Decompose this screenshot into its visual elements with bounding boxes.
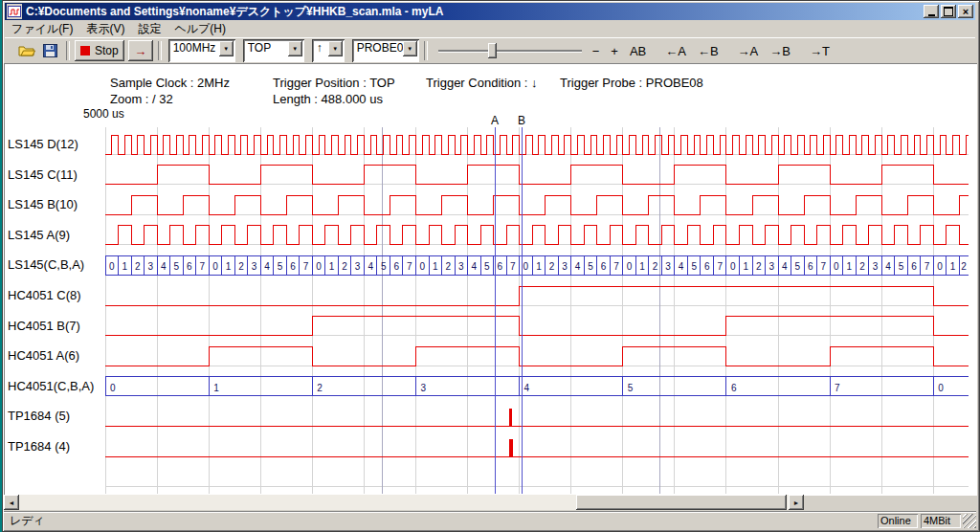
trigger-probe-combo[interactable]: PROBE00▼ (352, 39, 419, 62)
channel-label-ls145-a-9[interactable]: LS145 A(9) (8, 228, 70, 242)
bus-value: 1 (329, 261, 335, 272)
bus-value: 3 (458, 261, 464, 272)
bus-value: 4 (368, 261, 373, 272)
zoom-slider-track (438, 50, 582, 52)
bus-value: 6 (187, 261, 192, 272)
toolbar-separator (158, 41, 162, 60)
bus-value: 2 (653, 261, 658, 272)
stop-button[interactable]: Stop (75, 40, 124, 61)
toolbar: Stop → 100MHz▼TOP▼↑▼PROBE00▼ −+AB ←A←B →… (5, 37, 975, 63)
app-icon (7, 4, 22, 19)
bus-value: 2 (238, 261, 244, 272)
scroll-right-button[interactable]: ► (789, 495, 804, 510)
bus-value: 6 (704, 261, 710, 272)
zoom-text: Zoom : / 32 (110, 92, 173, 106)
chevron-down-icon[interactable]: ▼ (328, 41, 343, 56)
bus-value: 7 (924, 261, 930, 272)
bus-value: 0 (627, 261, 633, 272)
window-title: C:¥Documents and Settings¥noname¥デスクトップ¥… (22, 4, 924, 20)
waveform-hc4051-b-7 (105, 317, 969, 336)
scroll-track[interactable] (19, 495, 789, 510)
horizontal-scrollbar[interactable]: ◄ ► (4, 495, 804, 510)
jump-right-a-button[interactable]: →A (735, 41, 762, 60)
run-arrow-icon: → (134, 44, 146, 58)
menu-item-help[interactable]: ヘルプ(H) (167, 20, 233, 38)
waveform-tp1684-5-pulse (509, 409, 513, 426)
bus-value: 6 (498, 261, 503, 272)
jump-right-b-button[interactable]: →B (767, 41, 793, 60)
channel-label-hc4051-b-7[interactable]: HC4051 B(7) (8, 319, 80, 333)
status-memory: 4MBit (921, 514, 961, 528)
scroll-left-button[interactable]: ◄ (4, 495, 19, 510)
bus-value: 1 (433, 261, 438, 272)
bus-value: 4 (264, 261, 270, 272)
trigger-edge-combo-value: ↑ (314, 41, 328, 60)
bus-value: 6 (601, 261, 607, 272)
chevron-down-icon[interactable]: ▼ (219, 41, 234, 56)
menu-item-view[interactable]: 表示(V) (79, 20, 131, 38)
cursor-a-label: A (491, 115, 499, 127)
bus-value: 3 (252, 261, 257, 272)
close-button[interactable]: × (958, 5, 973, 18)
jump-left-a-button[interactable]: ←A (662, 41, 689, 60)
trigger-position-combo[interactable]: TOP▼ (243, 39, 304, 62)
channel-label-ls145-c-b-a[interactable]: LS145(C,B,A) (8, 257, 84, 272)
bus-value: 2 (756, 261, 762, 272)
jump-trigger-button[interactable]: →T (807, 41, 833, 60)
bus-value: 5 (588, 261, 593, 272)
bus-value: 0 (937, 261, 943, 272)
minimize-button[interactable] (924, 5, 939, 18)
bus-value: 4 (782, 261, 788, 272)
jump-left-b-button[interactable]: ←B (695, 41, 722, 60)
menu-item-file[interactable]: ファイル(F) (5, 20, 79, 38)
waveform-area[interactable]: 0123456701234567012345670123456701234567… (2, 115, 970, 495)
resize-grip[interactable] (963, 514, 976, 528)
menu-item-settings[interactable]: 設定 (131, 20, 167, 38)
zoom-out-button[interactable]: − (590, 41, 603, 60)
sample-clock-combo[interactable]: 100MHz▼ (168, 39, 235, 62)
open-button[interactable] (16, 40, 37, 61)
bus-value: 5 (899, 261, 904, 272)
channel-label-ls145-b-10[interactable]: LS145 B(10) (8, 197, 78, 211)
bus-value: 7 (407, 261, 412, 272)
zoom-slider-thumb[interactable] (488, 43, 497, 58)
trigger-probe-combo-value: PROBE00 (354, 41, 403, 60)
bus-value: 1 (743, 261, 748, 272)
trigger-position-text: Trigger Position : TOP (273, 76, 395, 90)
chevron-down-icon[interactable]: ▼ (288, 41, 302, 56)
zoom-in-button[interactable]: + (608, 41, 621, 60)
sample-clock-combo-value: 100MHz (170, 41, 219, 60)
bus-value: 6 (911, 261, 917, 272)
channel-label-hc4051-c-8[interactable]: HC4051 C(8) (8, 288, 81, 302)
bus-value: 4 (679, 261, 684, 272)
channel-label-hc4051-a-6[interactable]: HC4051 A(6) (8, 348, 79, 363)
bus-value: 7 (613, 261, 619, 272)
bus-value: 7 (717, 261, 723, 272)
bus-value: 7 (200, 261, 206, 272)
trigger-position-combo-value: TOP (245, 41, 288, 60)
zoom-slider[interactable] (438, 41, 582, 60)
open-folder-icon (18, 44, 35, 57)
channel-label-ls145-c-11[interactable]: LS145 C(11) (8, 167, 78, 182)
save-button[interactable] (41, 40, 59, 61)
toolbar-separator (66, 41, 70, 60)
bus-value: 0 (419, 261, 425, 272)
channel-label-ls145-d-12[interactable]: LS145 D(12) (8, 137, 78, 151)
maximize-icon (944, 7, 953, 16)
channel-label-tp1684-4[interactable]: TP1684 (4) (8, 439, 70, 454)
statusbar: レディ Online 4MBit (4, 512, 976, 529)
channel-label-tp1684-5[interactable]: TP1684 (5) (8, 409, 70, 423)
run-button[interactable]: → (128, 40, 153, 61)
bus-value: 5 (795, 261, 801, 272)
cursor-ab-button[interactable]: AB (627, 41, 649, 60)
bus-value: 5 (628, 383, 634, 393)
trigger-edge-combo[interactable]: ↑▼ (312, 39, 345, 62)
bus-value: 4 (575, 261, 581, 272)
scroll-thumb[interactable] (576, 495, 787, 510)
status-online: Online (878, 514, 918, 528)
maximize-button[interactable] (941, 5, 956, 18)
bus-value: 6 (393, 261, 399, 272)
chevron-down-icon[interactable]: ▼ (403, 41, 417, 56)
channel-label-hc4051-c-b-a[interactable]: HC4051(C,B,A) (8, 379, 94, 393)
bus-value: 5 (174, 261, 180, 272)
